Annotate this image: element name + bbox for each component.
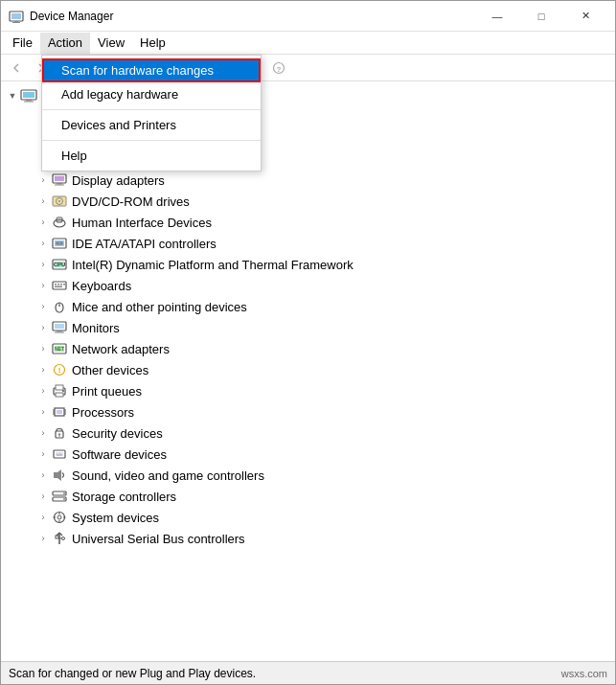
tree-other[interactable]: › ! Other devices bbox=[1, 359, 615, 380]
dropdown-devprint[interactable]: Devices and Printers bbox=[42, 113, 261, 137]
tree-usb[interactable]: › Universal Serial Bus controllers bbox=[1, 528, 615, 549]
software-expand-icon[interactable]: › bbox=[35, 446, 51, 462]
security-expand-icon[interactable]: › bbox=[35, 425, 51, 441]
svg-rect-23 bbox=[26, 100, 32, 102]
tree-software[interactable]: › </> Software devices bbox=[1, 444, 615, 465]
monitors-expand-icon[interactable]: › bbox=[35, 320, 51, 335]
display-icon bbox=[51, 171, 68, 189]
dropdown-scan[interactable]: Scan for hardware changes bbox=[42, 58, 261, 82]
tree-intel[interactable]: › CPU Intel(R) Dynamic Platform and Ther… bbox=[1, 254, 615, 275]
intel-expand-icon[interactable]: › bbox=[35, 257, 51, 272]
svg-rect-1 bbox=[11, 13, 21, 19]
hid-label: Human Interface Devices bbox=[72, 216, 615, 230]
tree-sound[interactable]: › Sound, video and game controllers bbox=[1, 465, 615, 486]
tree-hid[interactable]: › Human Interface Devices bbox=[1, 212, 615, 233]
svg-rect-107 bbox=[56, 536, 58, 538]
svg-rect-52 bbox=[55, 240, 64, 246]
usb-label: Universal Serial Bus controllers bbox=[72, 532, 615, 546]
print-label: Print queues bbox=[72, 384, 615, 399]
security-label: Security devices bbox=[72, 426, 615, 441]
svg-text:</>: </> bbox=[57, 452, 62, 457]
mice-icon bbox=[51, 298, 68, 315]
dvd-expand-icon[interactable]: › bbox=[35, 194, 51, 209]
monitors-icon bbox=[51, 319, 68, 336]
monitors-label: Monitors bbox=[72, 321, 615, 335]
processors-expand-icon[interactable]: › bbox=[35, 404, 51, 420]
svg-point-88 bbox=[58, 433, 60, 435]
svg-point-78 bbox=[62, 390, 64, 392]
keyboards-label: Keyboards bbox=[72, 279, 615, 293]
back-button[interactable] bbox=[5, 57, 28, 79]
network-expand-icon[interactable]: › bbox=[35, 341, 51, 356]
processors-label: Processors bbox=[72, 405, 615, 420]
svg-rect-40 bbox=[55, 176, 64, 181]
svg-text:!: ! bbox=[58, 366, 61, 375]
svg-point-108 bbox=[62, 537, 65, 540]
tree-dvd[interactable]: › DVD/CD-ROM drives bbox=[1, 191, 615, 212]
dvd-label: DVD/CD-ROM drives bbox=[72, 194, 615, 209]
print-expand-icon[interactable]: › bbox=[35, 383, 51, 399]
svg-rect-22 bbox=[23, 92, 34, 98]
menu-help[interactable]: Help bbox=[132, 33, 173, 54]
status-bar: Scan for changed or new Plug and Play de… bbox=[1, 661, 615, 684]
menu-action[interactable]: Action bbox=[40, 33, 90, 54]
svg-rect-3 bbox=[12, 22, 20, 23]
separator-1 bbox=[42, 109, 261, 110]
keyboards-expand-icon[interactable]: › bbox=[35, 278, 51, 293]
mice-expand-icon[interactable]: › bbox=[35, 299, 51, 314]
root-computer-icon bbox=[20, 87, 37, 104]
svg-point-48 bbox=[57, 220, 58, 222]
action-dropdown: Scan for hardware changes Add legacy har… bbox=[41, 55, 262, 171]
tree-ide[interactable]: › IDE ATA/ATAPI controllers bbox=[1, 233, 615, 254]
tree-monitors[interactable]: › Monitors bbox=[1, 317, 615, 338]
intel-icon: CPU bbox=[51, 256, 68, 273]
tree-storage[interactable]: › Storage controllers bbox=[1, 486, 615, 507]
display-expand-icon[interactable]: › bbox=[35, 172, 51, 188]
menu-view[interactable]: View bbox=[90, 33, 132, 54]
svg-point-45 bbox=[58, 200, 60, 202]
display-label: Display adapters bbox=[72, 173, 615, 188]
tree-keyboards[interactable]: › Keyboards bbox=[1, 275, 615, 296]
dropdown-legacy[interactable]: Add legacy hardware bbox=[42, 82, 261, 106]
maximize-button[interactable]: □ bbox=[519, 1, 563, 32]
title-bar: Device Manager — □ ✕ bbox=[1, 1, 615, 32]
svg-rect-80 bbox=[57, 410, 62, 414]
tree-system[interactable]: › System devices bbox=[1, 507, 615, 528]
svg-rect-58 bbox=[55, 284, 57, 285]
svg-point-65 bbox=[58, 305, 60, 307]
system-label: System devices bbox=[72, 511, 615, 525]
tree-display[interactable]: › Display adapters bbox=[1, 170, 615, 191]
ide-expand-icon[interactable]: › bbox=[35, 236, 51, 251]
hid-expand-icon[interactable]: › bbox=[35, 215, 51, 230]
usb-expand-icon[interactable]: › bbox=[35, 531, 51, 546]
help-toolbar-button[interactable]: ? bbox=[267, 57, 290, 79]
tree-processors[interactable]: › Processors bbox=[1, 401, 615, 422]
sound-expand-icon[interactable]: › bbox=[35, 468, 51, 483]
storage-expand-icon[interactable]: › bbox=[35, 489, 51, 504]
dropdown-help[interactable]: Help bbox=[42, 144, 261, 168]
other-expand-icon[interactable]: › bbox=[35, 362, 51, 377]
svg-rect-76 bbox=[56, 385, 63, 390]
app-icon bbox=[9, 9, 24, 24]
svg-rect-60 bbox=[60, 284, 62, 285]
system-expand-icon[interactable]: › bbox=[35, 510, 51, 525]
intel-label: Intel(R) Dynamic Platform and Thermal Fr… bbox=[72, 258, 615, 272]
tree-print[interactable]: › Print queues bbox=[1, 380, 615, 401]
system-icon bbox=[51, 509, 68, 526]
usb-icon bbox=[51, 530, 68, 547]
software-label: Software devices bbox=[72, 447, 615, 462]
tree-security[interactable]: › Security devices bbox=[1, 422, 615, 444]
tree-network[interactable]: › NET Network adapters bbox=[1, 338, 615, 359]
tree-mice[interactable]: › Mice and other pointing devices bbox=[1, 296, 615, 317]
svg-rect-77 bbox=[56, 393, 63, 397]
ide-icon bbox=[51, 235, 68, 252]
device-manager-window: Device Manager — □ ✕ File Action View He… bbox=[0, 0, 616, 685]
root-expand-icon[interactable]: ▼ bbox=[5, 88, 20, 103]
keyboards-icon bbox=[51, 277, 68, 294]
svg-rect-69 bbox=[55, 332, 64, 333]
svg-rect-68 bbox=[57, 331, 62, 332]
minimize-button[interactable]: — bbox=[475, 1, 519, 32]
menu-file[interactable]: File bbox=[5, 33, 40, 54]
menu-bar: File Action View Help Scan for hardware … bbox=[1, 32, 615, 55]
close-button[interactable]: ✕ bbox=[563, 1, 607, 32]
